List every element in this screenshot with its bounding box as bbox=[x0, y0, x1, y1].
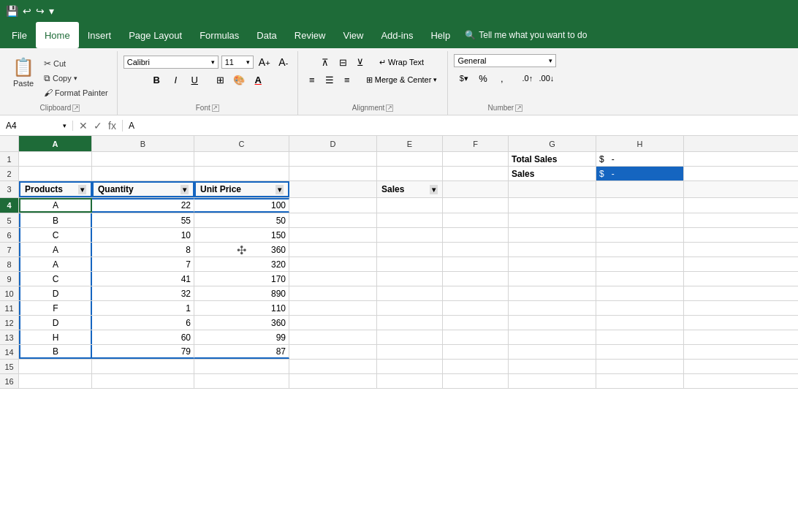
row-num-12[interactable]: 12 bbox=[0, 316, 19, 330]
cell-D1[interactable] bbox=[289, 152, 377, 166]
number-format-selector[interactable]: General ▾ bbox=[454, 54, 556, 67]
cell-B3[interactable]: Quantity ▾ bbox=[92, 181, 194, 197]
cell-B12[interactable]: 6 bbox=[92, 316, 194, 330]
cell-C2[interactable] bbox=[194, 167, 289, 180]
cell-B7[interactable]: 8 bbox=[92, 243, 194, 256]
copy-button[interactable]: ⧉ Copy ▾ bbox=[41, 72, 111, 85]
cell-G13[interactable] bbox=[509, 330, 596, 344]
cell-A9[interactable]: C bbox=[19, 272, 92, 286]
cell-C11[interactable]: 110 bbox=[194, 301, 289, 315]
font-color-button[interactable]: A bbox=[250, 72, 266, 88]
cancel-formula-icon[interactable]: ✕ bbox=[77, 120, 89, 132]
row-num-8[interactable]: 8 bbox=[0, 257, 19, 271]
customize-qat-icon[interactable]: ▾ bbox=[49, 5, 54, 17]
underline-button[interactable]: U bbox=[186, 72, 202, 88]
menu-data[interactable]: Data bbox=[248, 22, 285, 48]
border-button[interactable]: ⊞ bbox=[212, 72, 228, 88]
cell-E5[interactable] bbox=[377, 213, 443, 227]
cell-D2[interactable] bbox=[289, 167, 377, 180]
cell-B13[interactable]: 60 bbox=[92, 330, 194, 344]
cell-D8[interactable] bbox=[289, 257, 377, 271]
cell-C12[interactable]: 360 bbox=[194, 316, 289, 330]
cell-C16[interactable] bbox=[194, 374, 289, 388]
cell-H12[interactable] bbox=[596, 316, 684, 330]
cell-C6[interactable]: 150 bbox=[194, 228, 289, 242]
row-num-16[interactable]: 16 bbox=[0, 374, 19, 388]
cell-A13[interactable]: H bbox=[19, 330, 92, 344]
cell-A3[interactable]: Products ▾ bbox=[19, 181, 92, 197]
cell-D11[interactable] bbox=[289, 301, 377, 315]
cell-B9[interactable]: 41 bbox=[92, 272, 194, 286]
cell-C8[interactable]: 320 bbox=[194, 257, 289, 271]
cell-D3[interactable] bbox=[289, 181, 377, 197]
cell-E14[interactable] bbox=[377, 345, 443, 359]
tell-me-bar[interactable]: 🔍 Tell me what you want to do bbox=[459, 22, 593, 48]
cell-D6[interactable] bbox=[289, 228, 377, 242]
cell-E6[interactable] bbox=[377, 228, 443, 242]
decrease-decimal-button[interactable]: .0↑ bbox=[520, 70, 536, 86]
undo-icon[interactable]: ↩ bbox=[23, 5, 31, 17]
cell-D5[interactable] bbox=[289, 213, 377, 227]
cell-A10[interactable]: D bbox=[19, 286, 92, 300]
cell-H2[interactable]: $ - bbox=[596, 167, 684, 180]
number-expand-icon[interactable]: ↗ bbox=[515, 104, 522, 112]
increase-decimal-button[interactable]: .00↓ bbox=[539, 70, 555, 86]
align-left-button[interactable]: ≡ bbox=[304, 72, 320, 88]
cell-E13[interactable] bbox=[377, 330, 443, 344]
col-header-G[interactable]: G bbox=[509, 136, 596, 151]
cell-F9[interactable] bbox=[443, 272, 509, 286]
cell-G4[interactable] bbox=[509, 198, 596, 213]
cell-H4[interactable] bbox=[596, 198, 684, 213]
cell-G16[interactable] bbox=[509, 374, 596, 388]
cell-D13[interactable] bbox=[289, 330, 377, 344]
cell-C14[interactable]: 87 bbox=[194, 345, 289, 359]
cell-A4[interactable]: A bbox=[19, 198, 92, 213]
menu-view[interactable]: View bbox=[334, 22, 372, 48]
cell-H11[interactable] bbox=[596, 301, 684, 315]
accounting-format-button[interactable]: $▾ bbox=[456, 70, 472, 86]
redo-icon[interactable]: ↪ bbox=[36, 5, 45, 17]
cell-E3[interactable]: Sales ▾ bbox=[377, 181, 443, 197]
cell-B4[interactable]: 22 bbox=[92, 198, 194, 213]
row-num-7[interactable]: 7 bbox=[0, 243, 19, 256]
cell-C15[interactable] bbox=[194, 360, 289, 373]
merge-center-button[interactable]: ⊞ Merge & Center ▾ bbox=[362, 74, 442, 86]
cell-E15[interactable] bbox=[377, 360, 443, 373]
cell-C1[interactable] bbox=[194, 152, 289, 166]
cell-F2[interactable] bbox=[443, 167, 509, 180]
font-shrink-button[interactable]: A- bbox=[276, 54, 292, 70]
cell-F1[interactable] bbox=[443, 152, 509, 166]
cell-F7[interactable] bbox=[443, 243, 509, 256]
cell-F8[interactable] bbox=[443, 257, 509, 271]
font-size-selector[interactable]: 11 ▾ bbox=[221, 56, 254, 69]
cell-F4[interactable] bbox=[443, 198, 509, 213]
cell-E9[interactable] bbox=[377, 272, 443, 286]
cell-B1[interactable] bbox=[92, 152, 194, 166]
formula-input[interactable]: A bbox=[123, 121, 798, 131]
row-num-3[interactable]: 3 bbox=[0, 181, 19, 197]
menu-help[interactable]: Help bbox=[422, 22, 459, 48]
menu-review[interactable]: Review bbox=[286, 22, 335, 48]
cell-F6[interactable] bbox=[443, 228, 509, 242]
menu-home[interactable]: Home bbox=[36, 22, 79, 48]
cell-C13[interactable]: 99 bbox=[194, 330, 289, 344]
save-icon[interactable]: 💾 bbox=[6, 5, 18, 17]
cell-H15[interactable] bbox=[596, 360, 684, 373]
cell-G14[interactable] bbox=[509, 345, 596, 359]
cell-F15[interactable] bbox=[443, 360, 509, 373]
cell-H3[interactable] bbox=[596, 181, 684, 197]
cut-button[interactable]: ✂ Cut bbox=[41, 57, 111, 70]
cell-D7[interactable] bbox=[289, 243, 377, 256]
cell-F5[interactable] bbox=[443, 213, 509, 227]
col-header-B[interactable]: B bbox=[92, 136, 194, 151]
unit-price-dropdown-icon[interactable]: ▾ bbox=[276, 185, 284, 194]
cell-F12[interactable] bbox=[443, 316, 509, 330]
cell-D12[interactable] bbox=[289, 316, 377, 330]
comma-button[interactable]: , bbox=[494, 70, 510, 86]
row-num-13[interactable]: 13 bbox=[0, 330, 19, 344]
cell-A1[interactable] bbox=[19, 152, 92, 166]
products-dropdown-icon[interactable]: ▾ bbox=[78, 185, 86, 194]
cell-E16[interactable] bbox=[377, 374, 443, 388]
cell-H7[interactable] bbox=[596, 243, 684, 256]
cell-G5[interactable] bbox=[509, 213, 596, 227]
